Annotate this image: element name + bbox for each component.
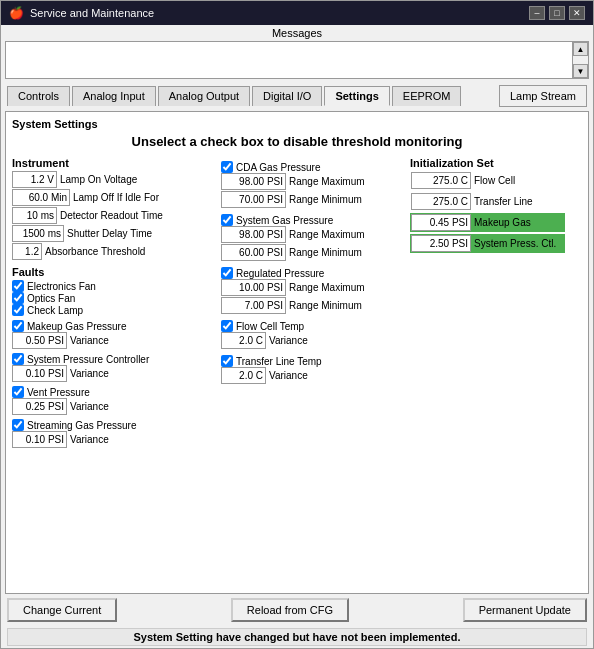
- system-gas-max-label: Range Maximum: [289, 229, 365, 240]
- system-gas-checkbox[interactable]: [221, 214, 233, 226]
- init-system-press-input[interactable]: [411, 235, 471, 252]
- cda-gas-checkbox[interactable]: [221, 161, 233, 173]
- check-lamp-row: Check Lamp: [12, 304, 217, 316]
- regulated-max-row: Range Maximum: [221, 279, 406, 296]
- system-pressure-variance-input[interactable]: [12, 365, 67, 382]
- messages-label: Messages: [5, 27, 589, 39]
- absorbance-label: Absorbance Threshold: [45, 246, 145, 257]
- transfer-line-temp-section: Transfer Line Temp Variance: [221, 355, 406, 384]
- init-flow-cell-label: Flow Cell: [474, 175, 515, 186]
- status-message: System Setting have changed but have not…: [7, 628, 587, 646]
- init-set-col: Flow Cell Transfer Line Makeup Gas: [410, 171, 565, 253]
- flow-cell-variance-input[interactable]: [221, 332, 266, 349]
- vent-pressure-variance-row: Variance: [12, 398, 217, 415]
- makeup-gas-label: Makeup Gas Pressure: [27, 321, 127, 332]
- makeup-gas-checkbox[interactable]: [12, 320, 24, 332]
- regulated-pressure-label: Regulated Pressure: [236, 268, 324, 279]
- init-transfer-line-input[interactable]: [411, 193, 471, 210]
- transfer-line-variance-label: Variance: [269, 370, 308, 381]
- streaming-gas-variance-label: Variance: [70, 434, 109, 445]
- regulated-max-input[interactable]: [221, 279, 286, 296]
- system-gas-min-input[interactable]: [221, 244, 286, 261]
- maximize-button[interactable]: □: [549, 6, 565, 20]
- tabs-row: Controls Analog Input Analog Output Digi…: [7, 86, 461, 106]
- tab-analog-output[interactable]: Analog Output: [158, 86, 250, 106]
- streaming-gas-variance-input[interactable]: [12, 431, 67, 448]
- streaming-gas-checkbox[interactable]: [12, 419, 24, 431]
- vent-pressure-section: Vent Pressure Variance: [12, 386, 217, 415]
- scroll-up-button[interactable]: ▲: [573, 42, 588, 56]
- change-current-button[interactable]: Change Current: [7, 598, 117, 622]
- absorbance-input[interactable]: [12, 243, 42, 260]
- regulated-pressure-checkbox[interactable]: [221, 267, 233, 279]
- init-flow-cell-input[interactable]: [411, 172, 471, 189]
- regulated-max-label: Range Maximum: [289, 282, 365, 293]
- vent-pressure-checkbox[interactable]: [12, 386, 24, 398]
- makeup-gas-variance-input[interactable]: [12, 332, 67, 349]
- system-pressure-variance-row: Variance: [12, 365, 217, 382]
- regulated-pressure-checkbox-row: Regulated Pressure: [221, 267, 406, 279]
- tab-controls[interactable]: Controls: [7, 86, 70, 106]
- lamp-stream-button[interactable]: Lamp Stream: [499, 85, 587, 107]
- cda-gas-label: CDA Gas Pressure: [236, 162, 320, 173]
- col-left: Instrument Lamp On Voltage Lamp Off If I…: [12, 157, 217, 449]
- flow-cell-temp-checkbox[interactable]: [221, 320, 233, 332]
- electronics-fan-label: Electronics Fan: [27, 281, 96, 292]
- window-title: Service and Maintenance: [30, 7, 154, 19]
- transfer-line-variance-input[interactable]: [221, 367, 266, 384]
- optics-fan-row: Optics Fan: [12, 292, 217, 304]
- shutter-delay-label: Shutter Delay Time: [67, 228, 152, 239]
- vent-pressure-variance-input[interactable]: [12, 398, 67, 415]
- scroll-down-button[interactable]: ▼: [573, 64, 588, 78]
- detector-readout-row: Detector Readout Time: [12, 207, 217, 224]
- flow-cell-temp-label: Flow Cell Temp: [236, 321, 304, 332]
- transfer-line-temp-checkbox[interactable]: [221, 355, 233, 367]
- streaming-gas-variance-row: Variance: [12, 431, 217, 448]
- tab-eeprom[interactable]: EEPROM: [392, 86, 462, 106]
- init-makeup-gas-label: Makeup Gas: [474, 217, 531, 228]
- section-title: System Settings: [12, 118, 582, 130]
- system-gas-max-row: Range Maximum: [221, 226, 406, 243]
- cda-gas-section: CDA Gas Pressure Range Maximum Range Min…: [221, 161, 406, 208]
- permanent-update-button[interactable]: Permanent Update: [463, 598, 587, 622]
- flow-cell-temp-checkbox-row: Flow Cell Temp: [221, 320, 406, 332]
- regulated-min-input[interactable]: [221, 297, 286, 314]
- cda-min-input[interactable]: [221, 191, 286, 208]
- absorbance-row: Absorbance Threshold: [12, 243, 217, 260]
- electronics-fan-row: Electronics Fan: [12, 280, 217, 292]
- check-lamp-checkbox[interactable]: [12, 304, 24, 316]
- makeup-gas-variance-label: Variance: [70, 335, 109, 346]
- cda-max-input[interactable]: [221, 173, 286, 190]
- tab-analog-input[interactable]: Analog Input: [72, 86, 156, 106]
- optics-fan-checkbox[interactable]: [12, 292, 24, 304]
- col-middle: CDA Gas Pressure Range Maximum Range Min…: [221, 157, 406, 449]
- init-makeup-gas-row: Makeup Gas: [410, 213, 565, 232]
- reload-from-cfg-button[interactable]: Reload from CFG: [231, 598, 349, 622]
- vent-pressure-variance-label: Variance: [70, 401, 109, 412]
- detector-readout-input[interactable]: [12, 207, 57, 224]
- init-makeup-gas-input[interactable]: [411, 214, 471, 231]
- col-right: Initialization Set Flow Cell Transfer Li…: [410, 157, 565, 449]
- lamp-voltage-input[interactable]: [12, 171, 57, 188]
- title-bar-controls: – □ ✕: [529, 6, 585, 20]
- vent-pressure-checkbox-row: Vent Pressure: [12, 386, 217, 398]
- main-content: System Settings Unselect a check box to …: [5, 111, 589, 594]
- minimize-button[interactable]: –: [529, 6, 545, 20]
- init-set-label: Initialization Set: [410, 157, 565, 169]
- system-pressure-checkbox[interactable]: [12, 353, 24, 365]
- messages-scrollbar: ▲ ▼: [572, 42, 588, 78]
- init-transfer-line-label: Transfer Line: [474, 196, 533, 207]
- shutter-delay-input[interactable]: [12, 225, 64, 242]
- close-button[interactable]: ✕: [569, 6, 585, 20]
- streaming-gas-section: Streaming Gas Pressure Variance: [12, 419, 217, 448]
- system-gas-max-input[interactable]: [221, 226, 286, 243]
- system-gas-min-label: Range Minimum: [289, 247, 362, 258]
- cda-gas-checkbox-row: CDA Gas Pressure: [221, 161, 406, 173]
- electronics-fan-checkbox[interactable]: [12, 280, 24, 292]
- system-pressure-checkbox-row: System Pressure Controller: [12, 353, 217, 365]
- messages-box: ▲ ▼: [5, 41, 589, 79]
- tab-settings[interactable]: Settings: [324, 86, 389, 106]
- lamp-idle-input[interactable]: [12, 189, 70, 206]
- top-controls: Controls Analog Input Analog Output Digi…: [1, 81, 593, 111]
- tab-digital-io[interactable]: Digital I/O: [252, 86, 322, 106]
